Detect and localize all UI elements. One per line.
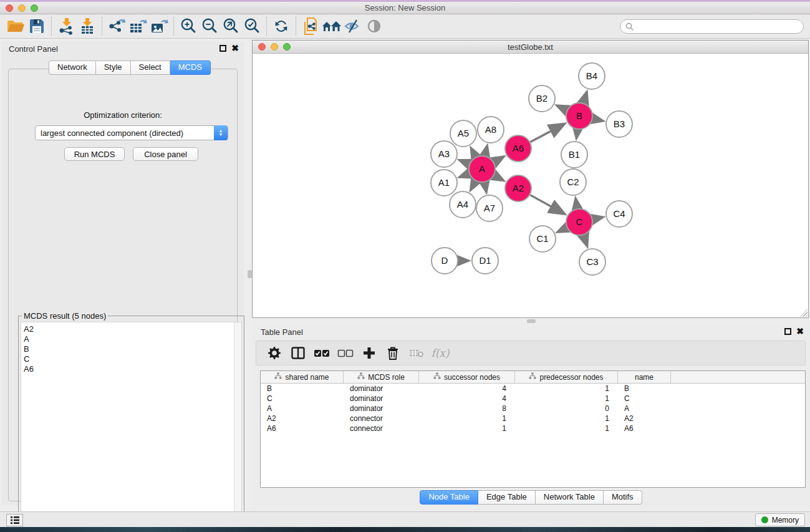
network-view-window[interactable]: testGlobe.txt ABCA2A6A1A3A4A5A7A8B1B2B3B…	[252, 40, 809, 318]
show-hidden-icon[interactable]	[364, 16, 385, 36]
node-D1[interactable]: D1	[472, 248, 498, 274]
save-session-icon[interactable]	[26, 16, 47, 36]
edge-A-A3[interactable]	[460, 160, 469, 164]
deselect-all-rows-icon[interactable]	[334, 343, 357, 363]
mcds-result-item[interactable]: A2	[24, 324, 241, 334]
node-A[interactable]: A	[469, 156, 495, 182]
edge-A-A6[interactable]	[494, 157, 503, 162]
node-D[interactable]: D	[432, 248, 458, 274]
node-B[interactable]: B	[566, 103, 592, 129]
node-B2[interactable]: B2	[529, 85, 555, 112]
refresh-view-icon[interactable]	[271, 16, 292, 36]
table-tab-edge-table[interactable]: Edge Table	[478, 490, 536, 505]
node-A2[interactable]: A2	[505, 175, 531, 201]
mcds-result-item[interactable]: C	[24, 354, 241, 364]
edge-C-C4[interactable]	[593, 218, 602, 220]
node-A1[interactable]: A1	[431, 170, 457, 196]
table-row[interactable]: Bdominator41B	[261, 384, 805, 394]
import-network-icon[interactable]	[55, 16, 77, 36]
edge-C-C3[interactable]	[584, 235, 587, 245]
search-box[interactable]	[620, 19, 804, 34]
memory-button[interactable]: Memory	[755, 513, 805, 526]
node-A8[interactable]: A8	[478, 117, 504, 143]
table-row[interactable]: Adominator80A	[261, 404, 805, 414]
node-B4[interactable]: B4	[579, 63, 605, 89]
zoom-out-icon[interactable]	[199, 16, 220, 36]
column-selector-icon[interactable]	[286, 343, 310, 363]
task-history-button[interactable]	[6, 514, 23, 526]
node-A4[interactable]: A4	[450, 191, 476, 218]
node-B1[interactable]: B1	[561, 142, 587, 168]
edge-A-A8[interactable]	[485, 147, 487, 155]
mcds-result-item[interactable]: B	[24, 344, 241, 354]
node-table[interactable]: shared nameMCDS rolesuccessor nodesprede…	[260, 370, 806, 488]
desktop-vertical-scrollbar[interactable]	[248, 270, 252, 278]
edge-A-A2[interactable]	[494, 175, 503, 180]
float-table-panel-icon[interactable]	[784, 328, 791, 335]
column-header-predecessor-nodes[interactable]: predecessor nodes	[515, 371, 618, 383]
export-table-icon[interactable]	[127, 16, 148, 36]
table-row[interactable]: A6connector11A6	[261, 423, 805, 433]
edge-B-B2[interactable]	[557, 106, 567, 110]
float-panel-icon[interactable]	[219, 45, 226, 52]
zoom-fit-icon[interactable]	[220, 16, 241, 36]
table-tab-network-table[interactable]: Network Table	[536, 490, 604, 505]
edge-B-B3[interactable]	[593, 118, 602, 120]
table-tab-motifs[interactable]: Motifs	[604, 490, 642, 505]
edge-A-A4[interactable]	[471, 181, 475, 189]
mcds-result-list[interactable]: A2ABCA6	[21, 322, 242, 525]
delete-column-icon[interactable]	[381, 343, 405, 363]
network-canvas[interactable]: ABCA2A6A1A3A4A5A7A8B1B2B3B4C1C2C3C4DD1	[253, 54, 808, 317]
column-header-shared-name[interactable]: shared name	[261, 371, 344, 383]
result-list-scrollbar[interactable]	[234, 322, 241, 524]
node-table-body[interactable]: Bdominator41BCdominator41CAdominator80AA…	[261, 384, 805, 433]
node-A5[interactable]: A5	[450, 120, 476, 147]
edge-B-B4[interactable]	[584, 93, 587, 103]
clone-network-icon[interactable]	[300, 16, 321, 36]
edge-C-C1[interactable]	[558, 228, 567, 231]
zoom-selected-icon[interactable]	[241, 16, 263, 36]
node-C4[interactable]: C4	[606, 201, 632, 227]
close-panel-icon[interactable]: ✖	[231, 43, 239, 53]
close-table-panel-icon[interactable]: ✖	[796, 326, 804, 336]
node-A6[interactable]: A6	[505, 135, 531, 162]
zoom-in-icon[interactable]	[178, 16, 199, 36]
table-options-icon[interactable]	[263, 343, 286, 363]
window-titlebar[interactable]: Session: New Session	[0, 2, 810, 14]
edge-A2-C[interactable]	[530, 195, 564, 214]
close-panel-button[interactable]: Close panel	[133, 147, 198, 161]
node-C[interactable]: C	[566, 209, 592, 235]
table-row[interactable]: A2connector11A2	[261, 414, 805, 423]
select-all-rows-icon[interactable]	[310, 343, 334, 363]
node-A3[interactable]: A3	[431, 141, 457, 167]
column-header-mcds-role[interactable]: MCDS role	[344, 371, 419, 383]
node-C3[interactable]: C3	[579, 249, 605, 275]
edge-A6-B[interactable]	[530, 124, 564, 142]
tab-mcds[interactable]: MCDS	[170, 60, 211, 75]
node-C1[interactable]: C1	[529, 226, 556, 252]
edge-A-A7[interactable]	[485, 183, 486, 191]
edge-B-B1[interactable]	[577, 130, 578, 137]
run-mcds-button[interactable]: Run MCDS	[64, 147, 125, 161]
import-table-icon[interactable]	[77, 16, 98, 36]
edge-A-A5[interactable]	[471, 149, 476, 157]
tab-select[interactable]: Select	[131, 60, 170, 75]
node-table-header[interactable]: shared nameMCDS rolesuccessor nodesprede…	[261, 371, 805, 384]
open-session-icon[interactable]	[5, 16, 26, 36]
add-column-icon[interactable]	[357, 343, 381, 363]
tab-style[interactable]: Style	[96, 60, 131, 75]
hide-selected-icon[interactable]	[342, 16, 364, 36]
column-header-successor-nodes[interactable]: successor nodes	[419, 371, 515, 383]
edge-A-A1[interactable]	[460, 173, 469, 177]
column-header-name[interactable]: name	[618, 371, 671, 383]
tab-network[interactable]: Network	[49, 60, 96, 75]
table-tab-node-table[interactable]: Node Table	[420, 490, 478, 505]
node-A7[interactable]: A7	[476, 195, 503, 221]
mcds-result-item[interactable]: A6	[24, 364, 241, 374]
edge-C-C2[interactable]	[576, 200, 577, 209]
export-image-icon[interactable]	[148, 16, 170, 36]
mcds-result-item[interactable]: A	[24, 334, 241, 344]
criterion-select[interactable]: largest connected component (directed) ▲…	[35, 125, 228, 140]
node-C2[interactable]: C2	[560, 169, 586, 195]
network-window-titlebar[interactable]: testGlobe.txt	[253, 41, 808, 54]
